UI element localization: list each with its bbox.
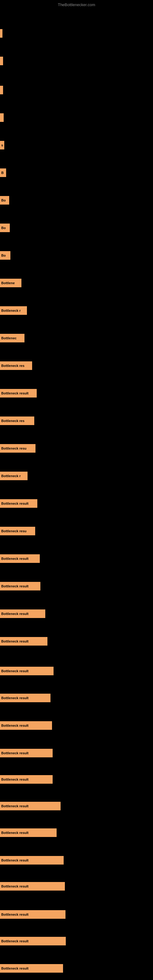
bar-2	[0, 57, 3, 65]
bar-3	[0, 86, 3, 94]
bar-row-12: Bottlenec	[0, 334, 24, 342]
bar-7: Bo	[0, 196, 9, 205]
bar-16: Bottleneck resu	[0, 444, 35, 453]
bar-row-30: Bottleneck result	[0, 829, 57, 837]
bar-31: Bottleneck result	[0, 856, 64, 865]
bar-row-8: Bo	[0, 224, 10, 232]
bar-row-15: Bottleneck res	[0, 417, 34, 425]
bar-8: Bo	[0, 224, 10, 232]
bar-row-7: Bo	[0, 196, 9, 205]
bar-row-29: Bottleneck result	[0, 802, 61, 810]
bar-17: Bottleneck r	[0, 472, 27, 480]
bar-33: Bottleneck result	[0, 910, 65, 919]
bar-21: Bottleneck result	[0, 582, 40, 590]
bar-14: Bottleneck result	[0, 389, 37, 398]
bar-row-27: Bottleneck result	[0, 749, 53, 757]
bar-26: Bottleneck result	[0, 721, 52, 730]
bar-row-2	[0, 57, 3, 65]
bar-row-16: Bottleneck resu	[0, 444, 35, 453]
bar-15: Bottleneck res	[0, 417, 34, 425]
bar-34: Bottleneck result	[0, 937, 66, 945]
bar-row-25: Bottleneck result	[0, 694, 51, 702]
bar-row-24: Bottleneck result	[0, 667, 54, 675]
bar-row-33: Bottleneck result	[0, 910, 65, 919]
bar-row-21: Bottleneck result	[0, 582, 40, 590]
bar-row-23: Bottleneck result	[0, 637, 48, 646]
bar-20: Bottleneck result	[0, 554, 40, 563]
bar-12: Bottlenec	[0, 334, 24, 342]
bar-27: Bottleneck result	[0, 749, 53, 757]
bar-18: Bottleneck result	[0, 499, 37, 508]
bar-6: B	[0, 169, 6, 177]
bar-row-19: Bottleneck resu	[0, 527, 35, 535]
bar-23: Bottleneck result	[0, 637, 48, 646]
bar-35: Bottleneck result	[0, 964, 63, 973]
bar-29: Bottleneck result	[0, 802, 61, 810]
bar-25: Bottleneck result	[0, 694, 51, 702]
bar-row-1	[0, 29, 2, 38]
bar-22: Bottleneck result	[0, 609, 45, 618]
bar-32: Bottleneck result	[0, 882, 65, 891]
bar-5: s	[0, 141, 4, 150]
bar-row-26: Bottleneck result	[0, 721, 52, 730]
bar-30: Bottleneck result	[0, 829, 57, 837]
bar-4	[0, 113, 4, 122]
bar-1	[0, 29, 2, 38]
site-title: TheBottlenecker.com	[58, 2, 95, 7]
bar-24: Bottleneck result	[0, 667, 54, 675]
bar-row-11: Bottleneck r	[0, 306, 27, 315]
bar-9: Bo	[0, 251, 10, 260]
bar-row-18: Bottleneck result	[0, 499, 37, 508]
bar-row-5: s	[0, 141, 4, 150]
bar-row-34: Bottleneck result	[0, 937, 66, 945]
bar-row-17: Bottleneck r	[0, 472, 27, 480]
bar-row-28: Bottleneck result	[0, 775, 53, 784]
bar-row-14: Bottleneck result	[0, 389, 37, 398]
bar-row-10: Bottlene	[0, 279, 21, 287]
bar-row-6: B	[0, 169, 6, 177]
bar-19: Bottleneck resu	[0, 527, 35, 535]
bar-row-32: Bottleneck result	[0, 882, 65, 891]
bar-11: Bottleneck r	[0, 306, 27, 315]
bar-row-20: Bottleneck result	[0, 554, 40, 563]
bar-row-3	[0, 86, 3, 94]
bar-10: Bottlene	[0, 279, 21, 287]
bar-row-4	[0, 113, 4, 122]
bar-13: Bottleneck res	[0, 361, 32, 370]
bar-row-35: Bottleneck result	[0, 964, 63, 973]
bar-row-22: Bottleneck result	[0, 609, 45, 618]
bar-row-9: Bo	[0, 251, 10, 260]
bar-row-13: Bottleneck res	[0, 361, 32, 370]
bar-row-31: Bottleneck result	[0, 856, 64, 865]
bar-28: Bottleneck result	[0, 775, 53, 784]
